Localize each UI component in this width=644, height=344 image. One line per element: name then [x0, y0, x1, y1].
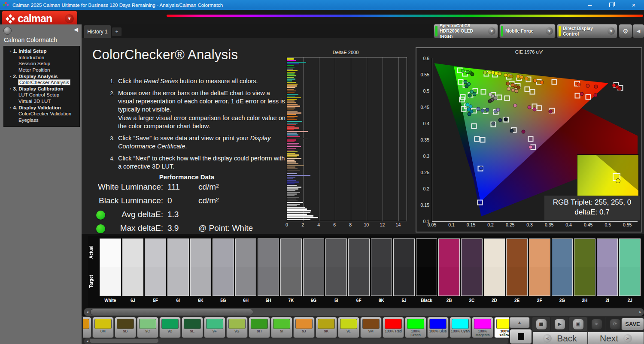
measured-point[interactable]	[481, 109, 485, 112]
deltae-bar[interactable]	[287, 133, 297, 134]
deltae-bar[interactable]	[287, 107, 295, 109]
deltae-bar[interactable]	[287, 75, 296, 76]
deltae-bar[interactable]	[287, 199, 296, 200]
deltae-bar[interactable]	[287, 123, 298, 124]
deltae-bar[interactable]	[287, 114, 296, 115]
meter-dropdown-chevron[interactable]: ▼	[488, 27, 495, 35]
measured-point[interactable]	[468, 112, 471, 116]
deltae-bar[interactable]	[287, 166, 295, 168]
sidebar-item-session-setup[interactable]: Session Setup	[4, 60, 79, 67]
deltae-bar[interactable]	[287, 141, 295, 142]
preset-100-blue[interactable]: 100% Blue	[427, 317, 449, 338]
deltae-bar[interactable]	[287, 219, 310, 220]
preset-8m[interactable]: 8M	[92, 317, 114, 338]
measured-point[interactable]	[514, 89, 518, 93]
deltae-bar[interactable]	[287, 60, 296, 61]
deltae-bar[interactable]	[287, 173, 297, 175]
measured-point[interactable]	[507, 87, 511, 91]
deltae-bar[interactable]	[287, 187, 301, 188]
sidebar-item-lut-control-setup[interactable]: LUT Control Setup	[4, 92, 79, 98]
deltae-bar[interactable]	[287, 116, 298, 117]
read-single-button[interactable]: ▣	[569, 317, 587, 331]
meter-dropdown[interactable]: SpectraCal C6 HDR2000 OLED (RGB) ▼	[434, 24, 498, 38]
deltae-bar[interactable]	[287, 210, 311, 211]
deltae-bar[interactable]	[287, 204, 300, 205]
deltae-bar[interactable]	[287, 175, 310, 176]
measured-point[interactable]	[498, 72, 501, 76]
deltae-bar[interactable]	[287, 136, 300, 137]
measured-point[interactable]	[479, 166, 483, 170]
deltae-bar[interactable]	[287, 106, 300, 107]
deltae-bar[interactable]	[287, 89, 294, 90]
measured-point[interactable]	[524, 77, 528, 81]
deltae-bar[interactable]	[287, 100, 295, 102]
comparator-scrollbar[interactable]: ◂ ▸	[84, 308, 644, 316]
deltae-bar[interactable]	[287, 96, 295, 97]
measured-point[interactable]	[577, 82, 581, 86]
deltae-bar[interactable]	[287, 102, 296, 103]
deltae-bar[interactable]	[287, 73, 295, 75]
deltae-bar[interactable]	[287, 151, 298, 153]
measured-point[interactable]	[465, 84, 469, 88]
sidebar-item-meter-position[interactable]: Meter Position	[4, 67, 79, 73]
deltae-bar[interactable]	[287, 97, 301, 99]
deltae-bar[interactable]	[287, 190, 295, 191]
deltae-bar[interactable]	[287, 208, 307, 210]
patch-window-button[interactable]	[509, 329, 532, 344]
deltae-bar[interactable]	[287, 87, 295, 88]
deltae-bar[interactable]	[287, 139, 296, 141]
preset-9m[interactable]: 9M	[360, 317, 382, 338]
sidebar-item-virtual-3d-lut[interactable]: Virtual 3D LUT	[4, 98, 79, 105]
preset-9k[interactable]: 9K	[316, 317, 337, 338]
expand-up-button[interactable]: ▲	[509, 317, 530, 328]
sidebar-item-4-display-validation[interactable]: ▸4. Display Validation	[4, 104, 79, 111]
preset-100-green[interactable]: 100% Green	[405, 317, 426, 338]
deltae-bar[interactable]	[287, 80, 292, 81]
deltae-bar[interactable]	[287, 212, 310, 213]
deltae-bar[interactable]	[287, 129, 294, 130]
deltae-bar[interactable]	[287, 127, 299, 129]
deltae-bar[interactable]	[287, 134, 298, 136]
minimize-button[interactable]: –	[580, 0, 599, 10]
source-dropdown-chevron[interactable]: ▼	[546, 27, 553, 35]
meter-profile-button[interactable]: ∞	[588, 317, 605, 331]
deltae-bar[interactable]	[287, 99, 297, 100]
scrollbar-thumb[interactable]	[90, 339, 158, 343]
deltae-bar[interactable]	[287, 104, 298, 105]
deltae-bar[interactable]	[287, 63, 299, 65]
measured-point[interactable]	[468, 94, 472, 97]
measured-point[interactable]	[477, 107, 480, 111]
save-button[interactable]: SAVE	[621, 318, 644, 330]
deltae-bar[interactable]	[287, 183, 295, 184]
preset-9i[interactable]: 9I	[271, 317, 292, 338]
measured-point[interactable]	[509, 74, 513, 78]
read-series-button[interactable]: ▶	[551, 317, 568, 331]
measured-point[interactable]	[519, 75, 523, 79]
sidebar-item-eyeglass[interactable]: Eyeglass	[4, 117, 79, 124]
display-dropdown-chevron[interactable]: ▼	[608, 27, 615, 35]
panel-collapse-button[interactable]: ◀	[632, 24, 644, 38]
measured-point[interactable]	[580, 92, 583, 96]
deltae-bar[interactable]	[287, 91, 296, 92]
measured-point[interactable]	[594, 85, 598, 89]
measured-point[interactable]	[527, 106, 531, 109]
deltae-bar[interactable]	[287, 193, 297, 195]
measured-point[interactable]	[522, 130, 526, 134]
measured-point[interactable]	[618, 87, 622, 91]
measured-point[interactable]	[513, 104, 517, 108]
measured-point[interactable]	[533, 79, 537, 83]
preset-9f[interactable]: 9F	[204, 317, 225, 338]
deltae-bar[interactable]	[287, 200, 298, 202]
preset-100-yellow[interactable]: 100% Yellow	[494, 317, 509, 338]
deltae-bar[interactable]	[287, 150, 295, 151]
measured-point[interactable]	[470, 72, 474, 76]
preset-100-red[interactable]: 100% Red	[383, 317, 404, 338]
measured-point[interactable]	[492, 122, 495, 126]
source-dropdown[interactable]: Mobile Forge ▼	[499, 24, 556, 38]
measured-point[interactable]	[486, 108, 489, 112]
preset-9h[interactable]: 9H	[249, 317, 270, 338]
deltae-bar[interactable]	[287, 202, 303, 203]
display-dropdown[interactable]: Direct Display Control ▼	[557, 24, 617, 38]
preset-9j[interactable]: 9J	[293, 317, 315, 338]
deltae-bar[interactable]	[287, 197, 299, 198]
